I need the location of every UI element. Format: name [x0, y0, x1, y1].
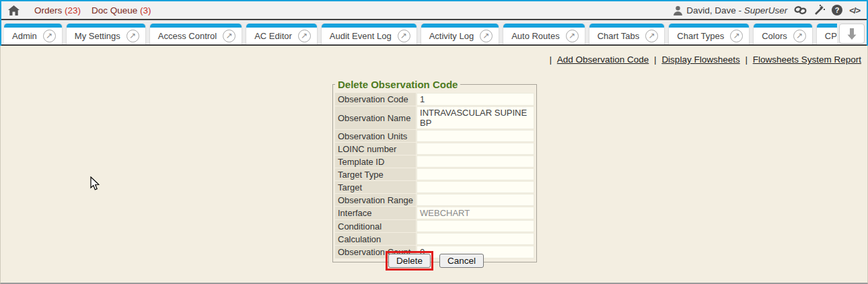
- user-menu[interactable]: David, Dave - SuperUser: [673, 5, 787, 15]
- form-buttons: Delete Cancel: [332, 251, 537, 271]
- topbar-right: David, Dave - SuperUser: [673, 5, 860, 15]
- field-label: Interface: [335, 207, 416, 219]
- link-icon[interactable]: [794, 5, 807, 15]
- observation-code-value: 1: [417, 93, 534, 106]
- svg-text:?: ?: [835, 6, 840, 14]
- table-row: Observation Code1: [335, 93, 534, 106]
- link-separator: |: [651, 55, 659, 65]
- field-label: Observation Name: [335, 106, 416, 129]
- field-label: Template ID: [335, 155, 416, 168]
- observation-range-value: [417, 194, 534, 206]
- home-icon: [8, 5, 20, 15]
- nav-orders-label: Orders: [34, 5, 62, 15]
- loinc-number-value: [417, 143, 534, 155]
- nav-doc-queue-count: (3): [140, 5, 151, 15]
- tab-label: Colors: [762, 31, 787, 41]
- tab-label: Chart Tabs: [598, 31, 640, 41]
- tab-label: My Settings: [75, 31, 120, 41]
- tab-label: Access Control: [158, 31, 217, 41]
- table-row: Observation Range: [335, 194, 534, 206]
- tab-label: Admin: [12, 31, 37, 41]
- nav-doc-queue[interactable]: Doc Queue (3): [92, 5, 151, 15]
- tab-chart-types[interactable]: Chart Types↗: [669, 24, 749, 44]
- tab-strip: Admin↗ My Settings↗ Access Control↗ AC E…: [4, 24, 837, 44]
- help-icon[interactable]: ?: [832, 5, 842, 15]
- link-separator: |: [550, 55, 554, 65]
- arrow-down-icon: [846, 28, 857, 40]
- nav-orders-count: (23): [65, 5, 81, 15]
- field-label: Observation Units: [335, 130, 416, 142]
- tab-my-settings[interactable]: My Settings↗: [67, 24, 145, 44]
- content-area: | Add Observation Code | Display Flowshe…: [0, 46, 868, 284]
- open-tab-icon[interactable]: ↗: [126, 30, 139, 42]
- nav-doc-queue-label: Doc Queue: [92, 5, 137, 15]
- form-title: Delete Observation Code: [335, 79, 460, 90]
- open-tab-icon[interactable]: ↗: [566, 30, 579, 42]
- open-tab-icon[interactable]: ↗: [645, 30, 658, 42]
- table-row: Target: [335, 181, 534, 193]
- template-id-value: [417, 155, 534, 168]
- tab-auto-routes[interactable]: Auto Routes↗: [503, 24, 585, 44]
- table-row: LOINC number: [335, 143, 534, 155]
- table-row: Template ID: [335, 155, 534, 168]
- mouse-cursor: [90, 176, 100, 191]
- home-button[interactable]: [8, 5, 20, 15]
- action-links: | Add Observation Code | Display Flowshe…: [547, 55, 862, 65]
- table-row: Conditional: [335, 220, 534, 232]
- tab-overflow-button[interactable]: [839, 24, 865, 44]
- tab-bar: Admin↗ My Settings↗ Access Control↗ AC E…: [1, 20, 867, 44]
- link-separator: |: [743, 55, 750, 65]
- wand-icon[interactable]: [813, 5, 825, 15]
- tab-activity-log[interactable]: Activity Log↗: [421, 24, 499, 44]
- field-label: Observation Code: [335, 93, 416, 106]
- table-row: Calculation: [335, 233, 534, 245]
- tab-admin[interactable]: Admin↗: [4, 24, 62, 44]
- open-tab-icon[interactable]: ↗: [223, 30, 236, 42]
- interface-value: WEBCHART: [417, 207, 534, 219]
- open-tab-icon[interactable]: ↗: [398, 30, 410, 42]
- observation-units-value: [417, 130, 534, 142]
- code-icon[interactable]: </>: [849, 5, 860, 15]
- field-label: Target Type: [335, 168, 416, 180]
- target-type-value: [417, 168, 534, 180]
- table-row: Observation Units: [335, 130, 534, 142]
- open-tab-icon[interactable]: ↗: [793, 30, 806, 42]
- nav-orders[interactable]: Orders (23): [34, 5, 81, 15]
- display-flowsheets-link[interactable]: Display Flowsheets: [661, 55, 739, 65]
- highlight-box: Delete: [386, 251, 433, 271]
- open-tab-icon[interactable]: ↗: [480, 30, 493, 42]
- tab-label: Chart Types: [677, 31, 724, 41]
- open-tab-icon[interactable]: ↗: [730, 30, 743, 42]
- tab-label: Auto Routes: [511, 31, 560, 41]
- target-value: [417, 181, 534, 193]
- table-row: Target Type: [335, 168, 534, 180]
- app-chrome: Orders (23) Doc Queue (3) David, Dave - …: [0, 0, 868, 46]
- open-tab-icon[interactable]: ↗: [298, 30, 311, 42]
- tab-colors[interactable]: Colors↗: [754, 24, 812, 44]
- tab-label: CPT Codes: [825, 31, 837, 41]
- flowsheets-system-report-link[interactable]: Flowsheets System Report: [753, 55, 861, 65]
- field-label: Observation Range: [335, 194, 416, 206]
- user-name: David, Dave -: [686, 5, 744, 15]
- delete-observation-code-form: Delete Observation Code Observation Code…: [332, 79, 537, 262]
- add-observation-code-link[interactable]: Add Observation Code: [557, 55, 649, 65]
- field-label: Target: [335, 181, 416, 193]
- delete-button[interactable]: Delete: [388, 254, 431, 268]
- table-row: Observation NameINTRAVASCULAR SUPINE BP: [335, 106, 534, 129]
- tab-chart-tabs[interactable]: Chart Tabs↗: [589, 24, 665, 44]
- tab-cpt-codes[interactable]: CPT Codes↗: [817, 24, 837, 44]
- cancel-button[interactable]: Cancel: [439, 254, 484, 268]
- user-icon: [673, 5, 683, 15]
- tab-audit-event-log[interactable]: Audit Event Log↗: [322, 24, 417, 44]
- open-tab-icon[interactable]: ↗: [43, 30, 56, 42]
- observation-fields-table: Observation Code1 Observation NameINTRAV…: [334, 92, 535, 259]
- table-row: InterfaceWEBCHART: [335, 207, 534, 219]
- tab-ac-editor[interactable]: AC Editor↗: [246, 24, 317, 44]
- field-label: Calculation: [335, 233, 416, 245]
- tab-label: Audit Event Log: [330, 31, 392, 41]
- tab-label: Activity Log: [429, 31, 474, 41]
- tab-access-control[interactable]: Access Control↗: [150, 24, 242, 44]
- conditional-value: [417, 220, 534, 232]
- calculation-value: [417, 233, 534, 245]
- observation-name-value: INTRAVASCULAR SUPINE BP: [417, 106, 534, 129]
